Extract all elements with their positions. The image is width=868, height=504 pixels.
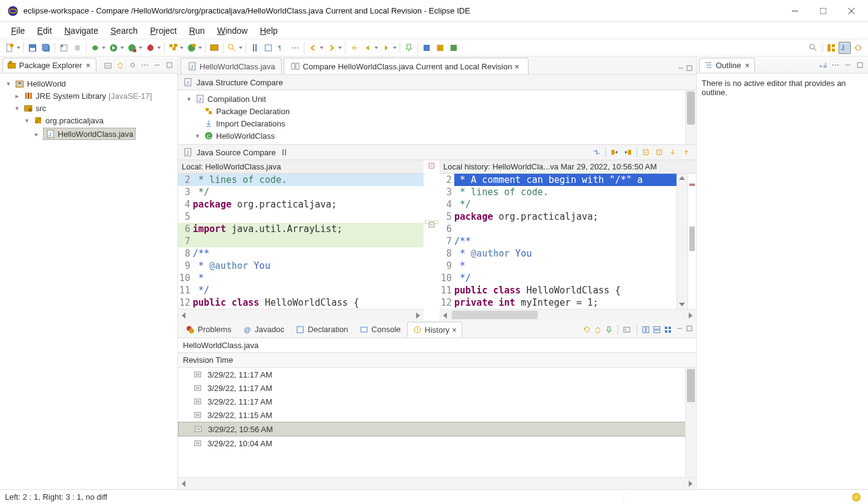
ext-tools-icon[interactable] bbox=[144, 42, 157, 54]
history-row[interactable]: 3/29/22, 10:04 AM bbox=[178, 436, 696, 450]
refresh-icon[interactable] bbox=[582, 325, 592, 335]
close-icon[interactable]: × bbox=[85, 61, 92, 69]
structure-compare-tree[interactable]: ▾JCompilation Unit Package Declaration I… bbox=[178, 90, 696, 145]
save-icon[interactable] bbox=[26, 42, 39, 54]
open-type-icon[interactable] bbox=[208, 42, 220, 54]
pin-icon[interactable] bbox=[604, 325, 614, 335]
dropdown-icon[interactable] bbox=[101, 42, 106, 54]
maximize-editor-icon[interactable] bbox=[685, 64, 694, 74]
next-ann-icon[interactable] bbox=[325, 42, 338, 54]
compare-right-code[interactable]: 2 * A comment can begin with "/*" a 3 * … bbox=[440, 174, 676, 309]
package-explorer-tree[interactable]: ▾ HelloWorld ▸ JRE System Library [JavaS… bbox=[0, 74, 177, 489]
build-icon[interactable] bbox=[71, 42, 83, 54]
group-mode-icon[interactable] bbox=[652, 325, 662, 335]
tab-javadoc[interactable]: @Javadoc bbox=[238, 322, 289, 337]
menu-edit[interactable]: Edit bbox=[31, 23, 58, 38]
vertical-scrollbar[interactable] bbox=[685, 368, 696, 477]
maximize-view-icon[interactable] bbox=[164, 60, 175, 71]
tip-bulb-icon[interactable] bbox=[852, 493, 861, 502]
vertical-scrollbar[interactable] bbox=[676, 174, 688, 309]
swap-panes-icon[interactable] bbox=[592, 147, 602, 157]
copy-left-to-right-icon[interactable] bbox=[610, 147, 619, 157]
focus-icon[interactable] bbox=[127, 60, 138, 71]
maximize-view-icon[interactable] bbox=[685, 324, 694, 335]
tab-history[interactable]: History× bbox=[407, 322, 462, 337]
horizontal-scrollbar[interactable] bbox=[440, 309, 696, 321]
back-icon[interactable] bbox=[362, 42, 374, 54]
toggle-ws-icon[interactable]: ¶ bbox=[276, 42, 288, 54]
new-class-icon[interactable] bbox=[185, 42, 198, 54]
dropdown-icon[interactable] bbox=[157, 42, 161, 54]
view-menu-icon[interactable] bbox=[139, 60, 150, 71]
dropdown-icon[interactable] bbox=[238, 42, 243, 54]
nav-icon[interactable] bbox=[622, 325, 632, 335]
minimize-view-icon[interactable] bbox=[842, 60, 853, 71]
close-icon[interactable]: × bbox=[452, 325, 457, 335]
toggle-mark-icon[interactable] bbox=[249, 42, 261, 54]
forward-icon[interactable] bbox=[380, 42, 392, 54]
package-explorer-tab[interactable]: Package Explorer × bbox=[2, 58, 96, 72]
history-row[interactable]: 3/29/22, 11:17 AM bbox=[178, 395, 696, 408]
tree-project-row[interactable]: ▾ HelloWorld bbox=[2, 77, 175, 90]
menu-project[interactable]: Project bbox=[144, 23, 183, 38]
horizontal-scrollbar[interactable] bbox=[178, 309, 424, 321]
tree-jre-row[interactable]: ▸ JRE System Library [JavaSE-17] bbox=[2, 90, 175, 102]
persp-icon[interactable] bbox=[825, 42, 837, 54]
tab-problems[interactable]: Problems bbox=[180, 322, 236, 337]
dropdown-icon[interactable] bbox=[138, 42, 143, 54]
editor-tab-compare[interactable]: Compare HelloWorldClass.java Current and… bbox=[284, 58, 529, 74]
close-icon[interactable]: × bbox=[514, 62, 522, 71]
undo-icon[interactable] bbox=[58, 42, 70, 54]
link-history-icon[interactable] bbox=[593, 325, 603, 335]
copy-current-right-icon[interactable] bbox=[654, 147, 664, 157]
close-button[interactable] bbox=[837, 0, 866, 22]
compare-left-code[interactable]: 2 * lines of code. 3 */ 4package org.pra… bbox=[178, 174, 424, 309]
dropdown-icon[interactable] bbox=[392, 42, 397, 54]
next-diff-icon[interactable] bbox=[668, 147, 678, 157]
run-icon[interactable] bbox=[107, 42, 120, 54]
wizard2-icon[interactable] bbox=[434, 42, 446, 54]
history-row[interactable]: 3/29/22, 11:17 AM bbox=[178, 381, 696, 395]
maximize-view-icon[interactable] bbox=[854, 60, 866, 71]
last-edit-icon[interactable] bbox=[348, 42, 360, 54]
editor-tab-file[interactable]: J HelloWorldClass.java bbox=[180, 58, 282, 74]
prev-diff-icon[interactable] bbox=[681, 147, 691, 157]
java-perspective-icon[interactable]: J bbox=[839, 42, 851, 54]
dropdown-icon[interactable] bbox=[319, 42, 324, 54]
copy-right-to-left-icon[interactable] bbox=[623, 147, 633, 157]
new-pkg-icon[interactable] bbox=[167, 42, 179, 54]
tab-console[interactable]: Console bbox=[354, 322, 406, 337]
menu-help[interactable]: Help bbox=[254, 23, 284, 38]
tree-pkg-row[interactable]: ▾ org.practicaljava bbox=[2, 114, 175, 126]
view-menu-icon[interactable] bbox=[830, 60, 841, 71]
sync-scroll-icon[interactable] bbox=[279, 147, 289, 157]
collapse-all-icon[interactable] bbox=[103, 60, 114, 71]
dropdown-icon[interactable] bbox=[120, 42, 125, 54]
menu-window[interactable]: Window bbox=[211, 23, 254, 38]
search-icon[interactable] bbox=[226, 42, 238, 54]
menu-navigate[interactable]: Navigate bbox=[58, 23, 104, 38]
close-icon[interactable]: × bbox=[743, 61, 751, 69]
minimize-view-icon[interactable] bbox=[675, 324, 684, 335]
maximize-button[interactable] bbox=[809, 0, 837, 22]
show-ws-icon[interactable] bbox=[289, 42, 301, 54]
sort-icon[interactable]: az bbox=[818, 60, 829, 71]
compare-mode-icon[interactable] bbox=[641, 325, 651, 335]
menu-search[interactable]: Search bbox=[104, 23, 144, 38]
wizard3-icon[interactable] bbox=[448, 42, 460, 54]
menu-file[interactable]: File bbox=[5, 23, 31, 38]
link-editor-icon[interactable] bbox=[115, 60, 126, 71]
outline-tab[interactable]: Outline × bbox=[699, 58, 755, 72]
horizontal-scrollbar[interactable] bbox=[178, 477, 696, 489]
minimize-view-icon[interactable] bbox=[152, 60, 163, 71]
tree-file-row[interactable]: ▸ J HelloWorldClass.java bbox=[2, 126, 175, 141]
prev-ann-icon[interactable] bbox=[307, 42, 319, 54]
history-row[interactable]: 3/29/22, 10:56 AM bbox=[178, 422, 696, 436]
history-row[interactable]: 3/29/22, 11:15 AM bbox=[178, 408, 696, 422]
pin-editor-icon[interactable] bbox=[403, 42, 415, 54]
new-icon[interactable] bbox=[4, 42, 16, 54]
dropdown-icon[interactable] bbox=[179, 42, 184, 54]
dropdown-icon[interactable] bbox=[374, 42, 379, 54]
access-icon[interactable] bbox=[807, 42, 820, 54]
copy-current-left-icon[interactable] bbox=[641, 147, 651, 157]
